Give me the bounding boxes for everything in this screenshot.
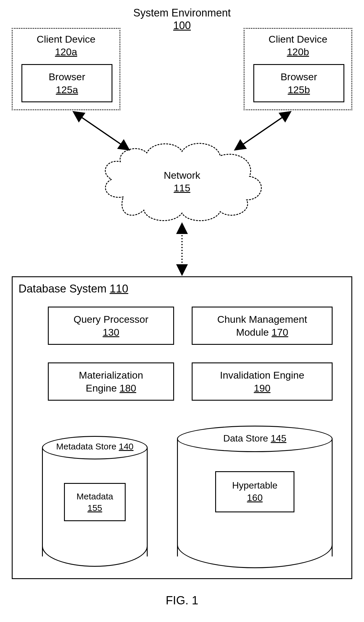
database-heading: Database System 110 xyxy=(18,282,128,295)
diagram-canvas: System Environment 100 Client Device 120… xyxy=(0,0,364,622)
figure-label: FIG. 1 xyxy=(0,594,364,607)
materialization-engine: Materialization Engine 180 xyxy=(48,362,174,401)
svg-line-0 xyxy=(73,112,129,150)
chunk-management-module: Chunk Management Module 170 xyxy=(192,307,333,345)
data-store-label: Data Store 145 xyxy=(177,432,333,444)
metadata-store-label: Metadata Store 140 xyxy=(42,441,148,452)
svg-line-1 xyxy=(235,112,291,150)
connector-arrows xyxy=(0,0,364,294)
database-system: Database System 110 Query Processor 130 … xyxy=(12,276,352,579)
invalidation-engine: Invalidation Engine 190 xyxy=(192,362,333,401)
query-processor: Query Processor 130 xyxy=(48,307,174,345)
metadata-box: Metadata 155 xyxy=(64,483,126,521)
hypertable-box: Hypertable 160 xyxy=(215,471,294,512)
